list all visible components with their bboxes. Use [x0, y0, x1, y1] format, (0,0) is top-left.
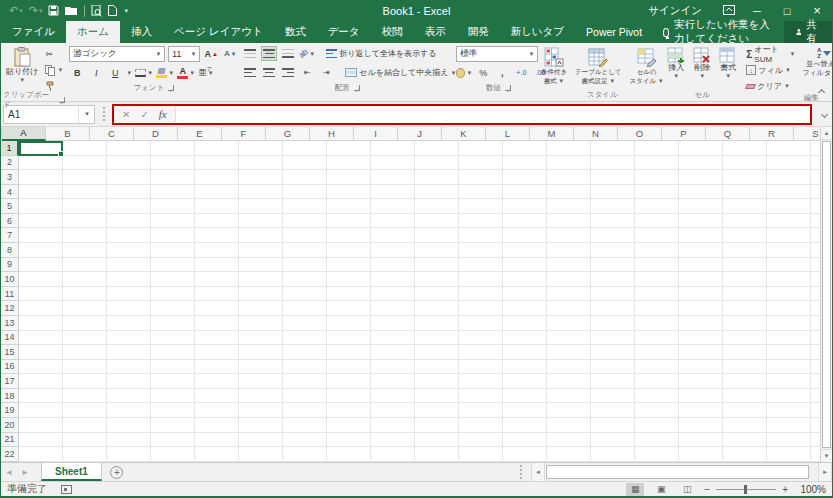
cell-J12[interactable] [415, 301, 459, 316]
cell-O10[interactable] [635, 272, 679, 287]
cell-D20[interactable] [151, 418, 195, 433]
row-header-20[interactable]: 20 [1, 418, 19, 433]
cell-C16[interactable] [107, 360, 151, 375]
cell-R11[interactable] [767, 287, 811, 302]
cell-S6[interactable] [811, 214, 820, 229]
cell-R12[interactable] [767, 301, 811, 316]
cell-I18[interactable] [371, 389, 415, 404]
cell-K16[interactable] [459, 360, 503, 375]
cell-P21[interactable] [679, 433, 723, 448]
cell-B10[interactable] [63, 272, 107, 287]
cell-G2[interactable] [283, 156, 327, 171]
cell-Q7[interactable] [723, 228, 767, 243]
horizontal-scrollbar[interactable]: ◄ ► [512, 463, 832, 481]
cell-L17[interactable] [503, 374, 547, 389]
cell-O21[interactable] [635, 433, 679, 448]
cell-L6[interactable] [503, 214, 547, 229]
cell-R20[interactable] [767, 418, 811, 433]
cell-P18[interactable] [679, 389, 723, 404]
cell-D22[interactable] [151, 447, 195, 462]
cell-F22[interactable] [239, 447, 283, 462]
underline-button[interactable]: U [107, 65, 123, 80]
cell-S15[interactable] [811, 345, 820, 360]
cell-H13[interactable] [327, 316, 371, 331]
cell-L16[interactable] [503, 360, 547, 375]
cell-H19[interactable] [327, 403, 371, 418]
cell-O13[interactable] [635, 316, 679, 331]
cell-R15[interactable] [767, 345, 811, 360]
cell-L21[interactable] [503, 433, 547, 448]
cell-A9[interactable] [19, 258, 63, 273]
cell-K11[interactable] [459, 287, 503, 302]
paste-button[interactable]: 貼り付け ▼ [3, 45, 41, 87]
cell-E5[interactable] [195, 199, 239, 214]
cell-F19[interactable] [239, 403, 283, 418]
cell-M15[interactable] [547, 345, 591, 360]
cell-L13[interactable] [503, 316, 547, 331]
copy-button[interactable]: ▼ [43, 63, 65, 77]
sheet-nav-left-icon[interactable]: ◄ [1, 463, 17, 481]
cell-D9[interactable] [151, 258, 195, 273]
cell-R22[interactable] [767, 447, 811, 462]
cell-J9[interactable] [415, 258, 459, 273]
cell-styles-button[interactable]: セルの スタイル ▼ [627, 45, 667, 88]
cell-G11[interactable] [283, 287, 327, 302]
cell-B15[interactable] [63, 345, 107, 360]
cell-B8[interactable] [63, 243, 107, 258]
cell-D21[interactable] [151, 433, 195, 448]
cell-Q21[interactable] [723, 433, 767, 448]
cell-K9[interactable] [459, 258, 503, 273]
cell-S7[interactable] [811, 228, 820, 243]
cell-H16[interactable] [327, 360, 371, 375]
cell-H14[interactable] [327, 331, 371, 346]
cell-J10[interactable] [415, 272, 459, 287]
cell-C11[interactable] [107, 287, 151, 302]
cell-N16[interactable] [591, 360, 635, 375]
column-header-J[interactable]: J [398, 127, 442, 141]
cell-L1[interactable] [503, 141, 547, 156]
cell-C14[interactable] [107, 331, 151, 346]
cell-N1[interactable] [591, 141, 635, 156]
row-header-4[interactable]: 4 [1, 185, 19, 200]
cell-I20[interactable] [371, 418, 415, 433]
cell-O7[interactable] [635, 228, 679, 243]
save-icon[interactable] [48, 5, 59, 16]
cell-S4[interactable] [811, 185, 820, 200]
cell-M17[interactable] [547, 374, 591, 389]
cell-G21[interactable] [283, 433, 327, 448]
cell-S8[interactable] [811, 243, 820, 258]
delete-cells-button[interactable]: 削除 ▼ [690, 45, 714, 83]
formula-input[interactable] [175, 106, 810, 123]
close-button[interactable]: × [802, 0, 832, 21]
cell-I16[interactable] [371, 360, 415, 375]
cell-Q11[interactable] [723, 287, 767, 302]
cell-P6[interactable] [679, 214, 723, 229]
cell-L19[interactable] [503, 403, 547, 418]
cell-D12[interactable] [151, 301, 195, 316]
column-header-H[interactable]: H [310, 127, 354, 141]
cell-A21[interactable] [19, 433, 63, 448]
cell-Q5[interactable] [723, 199, 767, 214]
cell-E21[interactable] [195, 433, 239, 448]
sheet-nav-right-icon[interactable]: ► [17, 463, 33, 481]
cell-E3[interactable] [195, 170, 239, 185]
cell-C22[interactable] [107, 447, 151, 462]
cell-C13[interactable] [107, 316, 151, 331]
cell-G22[interactable] [283, 447, 327, 462]
column-header-K[interactable]: K [442, 127, 486, 141]
cell-I3[interactable] [371, 170, 415, 185]
cell-R3[interactable] [767, 170, 811, 185]
insert-cells-button[interactable]: 挿入 ▼ [664, 45, 688, 83]
cell-K7[interactable] [459, 228, 503, 243]
cell-A13[interactable] [19, 316, 63, 331]
cell-P10[interactable] [679, 272, 723, 287]
percent-style-button[interactable]: % [475, 65, 491, 80]
cell-C8[interactable] [107, 243, 151, 258]
cell-J22[interactable] [415, 447, 459, 462]
cell-N11[interactable] [591, 287, 635, 302]
zoom-level[interactable]: 100% [796, 484, 826, 495]
cell-C3[interactable] [107, 170, 151, 185]
increase-decimal-button[interactable]: +.0 [513, 65, 529, 80]
cell-D14[interactable] [151, 331, 195, 346]
cell-M21[interactable] [547, 433, 591, 448]
